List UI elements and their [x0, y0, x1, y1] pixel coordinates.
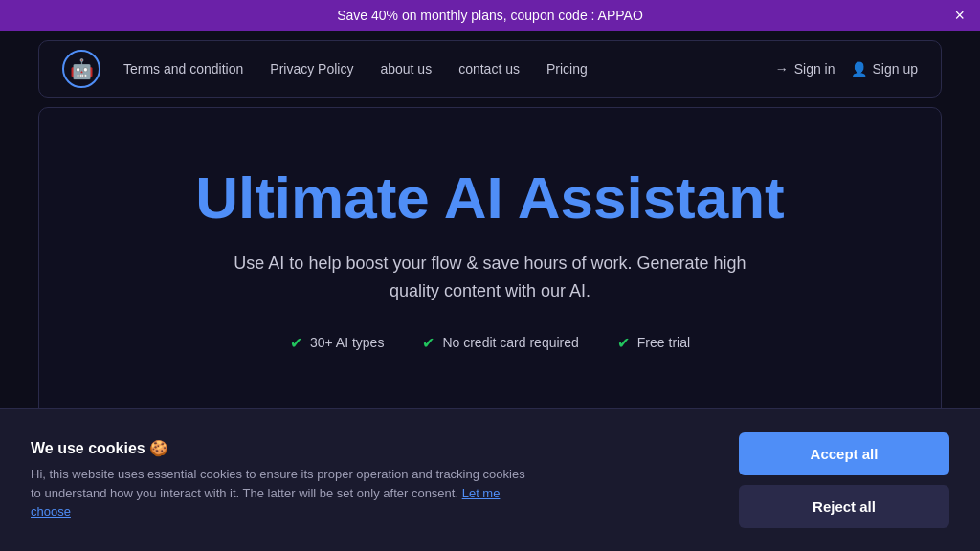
- cookie-text-area: We use cookies 🍪 Hi, this website uses e…: [31, 439, 528, 521]
- hero-feature-label-0: 30+ AI types: [310, 335, 384, 350]
- check-icon-0: ✔: [290, 334, 302, 352]
- hero-feature-2: ✔ Free trial: [617, 334, 690, 352]
- nav-link-contact[interactable]: contact us: [458, 61, 520, 77]
- check-icon-1: ✔: [422, 334, 434, 352]
- hero-features: ✔ 30+ AI types ✔ No credit card required…: [58, 334, 922, 352]
- reject-all-button[interactable]: Reject all: [739, 485, 949, 528]
- hero-title: Ultimate AI Assistant: [58, 165, 922, 231]
- cookie-buttons: Accept all Reject all: [739, 432, 949, 528]
- cookie-description: Hi, this website uses essential cookies …: [31, 465, 528, 521]
- nav-link-terms[interactable]: Terms and condition: [123, 61, 243, 77]
- cookie-title: We use cookies 🍪: [31, 439, 528, 457]
- hero-section: Ultimate AI Assistant Use AI to help boo…: [38, 107, 942, 432]
- hero-subtitle: Use AI to help boost your flow & save ho…: [232, 250, 748, 305]
- nav-auth: → Sign in 👤 Sign up: [775, 61, 918, 77]
- promo-banner: Save 40% on monthly plans, coupon code :…: [0, 0, 980, 31]
- sign-in-label: Sign in: [794, 61, 835, 77]
- hero-feature-label-1: No credit card required: [442, 335, 578, 350]
- check-icon-2: ✔: [617, 334, 630, 352]
- sign-in-button[interactable]: → Sign in: [775, 61, 835, 77]
- nav-links: Terms and condition Privacy Policy about…: [123, 61, 775, 77]
- cookie-desc-text: Hi, this website uses essential cookies …: [31, 467, 525, 500]
- sign-up-label: Sign up: [873, 61, 918, 77]
- accept-all-button[interactable]: Accept all: [739, 432, 949, 475]
- navbar: 🤖 Terms and condition Privacy Policy abo…: [38, 40, 942, 98]
- promo-text: Save 40% on monthly plans, coupon code :…: [337, 8, 643, 23]
- nav-link-privacy[interactable]: Privacy Policy: [270, 61, 353, 77]
- sign-up-button[interactable]: 👤 Sign up: [851, 61, 918, 77]
- sign-up-icon: 👤: [851, 61, 867, 77]
- hero-feature-1: ✔ No credit card required: [422, 334, 578, 352]
- hero-feature-label-2: Free trial: [637, 335, 690, 350]
- hero-feature-0: ✔ 30+ AI types: [290, 334, 384, 352]
- logo[interactable]: 🤖: [62, 50, 100, 88]
- sign-in-icon: →: [775, 61, 789, 77]
- cookie-banner: We use cookies 🍪 Hi, this website uses e…: [0, 408, 980, 551]
- nav-link-about[interactable]: about us: [380, 61, 432, 77]
- nav-link-pricing[interactable]: Pricing: [546, 61, 588, 77]
- logo-icon: 🤖: [70, 57, 94, 80]
- close-banner-button[interactable]: ×: [954, 7, 965, 24]
